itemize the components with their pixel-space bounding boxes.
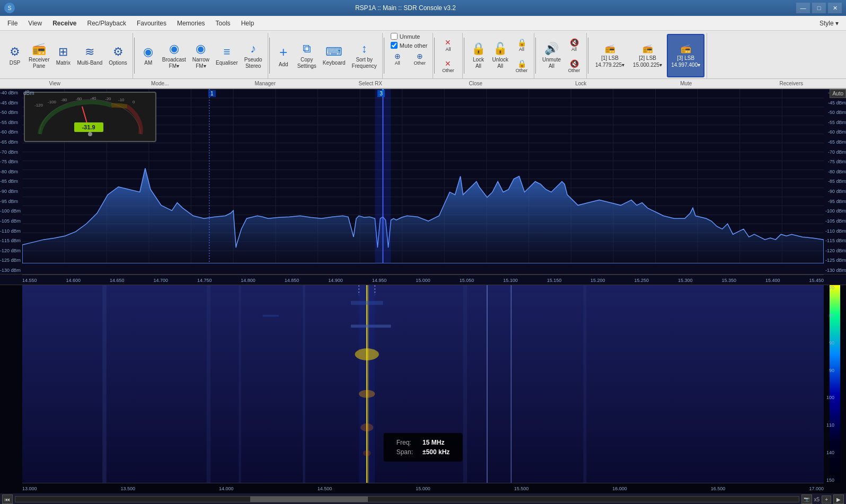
svg-text:-31.9: -31.9 (82, 124, 95, 130)
select-other-label: Other (414, 60, 426, 66)
color-scale-container: 70 80 90 90 100 110 140 150 (824, 285, 846, 483)
receiver-3-button[interactable]: 📻 [3] LSB14.997.400▾ (667, 34, 704, 77)
receiver-2-button[interactable]: 📻 [2] LSB15.000.225▾ (629, 34, 666, 77)
select-rx-all-button[interactable]: ⊕ All (387, 51, 408, 67)
svg-text:-10: -10 (118, 98, 125, 102)
receiver-3-icon: 📻 (681, 43, 691, 54)
select-rx-group: Unmute Mute other ⊕ All ⊕ Other (385, 33, 434, 78)
receiver-1-label: [1] LSB14.779.225▾ (595, 55, 624, 68)
matrix-icon: ⊞ (58, 45, 68, 59)
copy-settings-label: CopySettings (297, 57, 316, 69)
timeline-scrollbar[interactable] (15, 496, 799, 502)
menu-favourites[interactable]: Favourites (131, 17, 172, 29)
options-label: Options (109, 60, 127, 66)
keyboard-button[interactable]: ⌨ Keyboard (320, 34, 349, 77)
lock-other-button[interactable]: 🔒 Other (512, 56, 532, 76)
menu-view[interactable]: View (23, 17, 47, 29)
play-button[interactable]: ▶ (833, 494, 844, 504)
select-rx-other-button[interactable]: ⊕ Other (410, 51, 430, 67)
broadcast-fm-icon: ◉ (169, 42, 179, 56)
mute-other-button[interactable]: 🔇 Other (564, 56, 584, 76)
scrollbar-thumb[interactable] (250, 497, 368, 502)
style-selector[interactable]: Style ▾ (814, 17, 844, 29)
zoom-in-button[interactable]: + (822, 496, 831, 503)
mute-other-check[interactable] (391, 42, 398, 49)
svg-text:-100: -100 (48, 100, 57, 104)
auto-button[interactable]: Auto (830, 89, 846, 98)
mute-label: Mute (633, 79, 739, 88)
lock-all-label: LockAll (473, 57, 484, 69)
receivers-label: Receivers (739, 79, 844, 88)
pseudo-stereo-icon: ♪ (250, 42, 256, 56)
copy-settings-button[interactable]: ⧉ CopySettings (294, 34, 320, 77)
dbm-unit: dBm (23, 90, 34, 96)
rx3-label: 3 (377, 90, 385, 97)
waterfall-display[interactable]: 70 80 90 90 100 110 140 150 (0, 285, 846, 493)
dsp-button[interactable]: ⚙ DSP (4, 34, 25, 77)
bottom-freq-axis: 13.000 13.500 14.000 14.500 15.000 15.50… (22, 483, 824, 493)
am-icon: ◉ (143, 45, 153, 59)
bottom-controls: ⏮ 📷 x5 + ▶ (0, 493, 846, 504)
lock-all-icon: 🔒 (471, 42, 486, 56)
multiband-icon: ≋ (85, 45, 94, 59)
freq-axis: 14.550 14.600 14.650 14.700 14.750 14.80… (0, 275, 846, 285)
multiband-button[interactable]: ≋ Multi-Band (74, 34, 105, 77)
mode-group: ◉ AM ◉ BroadcastFM▾ ◉ NarrowFM▾ ≡ Equali… (136, 33, 268, 78)
menu-rec-playback[interactable]: Rec/Playback (82, 17, 131, 29)
menu-tools[interactable]: Tools (210, 17, 236, 29)
minimize-button[interactable]: — (796, 3, 810, 13)
unmute-all-button[interactable]: 🔊 UnmuteAll (539, 34, 564, 77)
receiver-1-button[interactable]: 📻 [1] LSB14.779.225▾ (592, 34, 628, 77)
unmute-checkbox[interactable]: Unmute (391, 33, 428, 40)
matrix-label: Matrix (56, 60, 70, 66)
menu-receive[interactable]: Receive (47, 17, 82, 29)
am-button[interactable]: ◉ AM (138, 34, 159, 77)
view-group: ⚙ DSP 📻 ReceiverPane ⊞ Matrix ≋ Multi-Ba… (2, 33, 133, 78)
spectrum-area: dBm -40 dBm -45 dBm -50 dBm -55 dBm -60 … (0, 89, 846, 493)
options-icon: ⚙ (113, 45, 124, 59)
close-all-button[interactable]: ✕ All (438, 35, 458, 55)
options-button[interactable]: ⚙ Options (105, 34, 130, 77)
unmute-all-icon: 🔊 (544, 42, 559, 56)
screenshot-button[interactable]: 📷 (801, 494, 812, 504)
broadcast-fm-button[interactable]: ◉ BroadcastFM▾ (159, 34, 189, 77)
mute-other-checkbox[interactable]: Mute other (391, 42, 428, 49)
lock-all-small-button[interactable]: 🔒 All (512, 35, 532, 55)
svg-rect-63 (207, 285, 211, 483)
matrix-button[interactable]: ⊞ Matrix (52, 34, 74, 77)
sort-icon: ↕ (362, 42, 367, 56)
pseudo-stereo-button[interactable]: ♪ PseudoStereo (241, 34, 266, 77)
add-button[interactable]: + Add (273, 34, 294, 77)
sort-by-frequency-button[interactable]: ↕ Sort byFrequency (349, 34, 380, 77)
add-label: Add (279, 61, 288, 68)
maximize-button[interactable]: □ (812, 3, 826, 13)
close-other-button[interactable]: ✕ Other (438, 56, 458, 76)
menu-file[interactable]: File (2, 17, 23, 29)
rewind-button[interactable]: ⏮ (2, 494, 13, 504)
equaliser-button[interactable]: ≡ Equaliser (213, 34, 241, 77)
spectrum-display[interactable]: dBm -40 dBm -45 dBm -50 dBm -55 dBm -60 … (0, 89, 846, 275)
mute-all-icon: 🔇 (570, 38, 579, 47)
svg-text:-120: -120 (34, 103, 43, 108)
close-group-label: Close (423, 79, 528, 88)
dbm-labels-right: -40 dBm -45 dBm -50 dBm -55 dBm -60 dBm … (824, 89, 846, 274)
menu-memories[interactable]: Memories (172, 17, 210, 29)
close-button[interactable]: ✕ (828, 3, 842, 13)
narrow-fm-button[interactable]: ◉ NarrowFM▾ (189, 34, 213, 77)
broadcast-fm-label: BroadcastFM▾ (162, 57, 186, 69)
sort-label: Sort byFrequency (352, 57, 377, 69)
receiver-2-icon: 📻 (642, 43, 653, 54)
receiver-pane-button[interactable]: 📻 ReceiverPane (25, 34, 52, 77)
lock-all-button[interactable]: 🔒 LockAll (468, 34, 489, 77)
mute-all-button[interactable]: 🔇 All (564, 35, 584, 55)
menu-help[interactable]: Help (236, 17, 260, 29)
unmute-check[interactable] (391, 33, 398, 40)
menubar: File View Receive Rec/Playback Favourite… (0, 16, 846, 31)
unlock-all-button[interactable]: 🔓 UnlockAll (489, 34, 512, 77)
svg-text:-20: -20 (105, 96, 111, 101)
svg-rect-66 (463, 285, 468, 483)
zoom-label: x5 (814, 497, 820, 502)
toolbar-labels: View Mode... Manager Select RX Close Loc… (0, 78, 846, 88)
svg-point-72 (359, 390, 375, 398)
narrow-fm-label: NarrowFM▾ (192, 57, 209, 69)
